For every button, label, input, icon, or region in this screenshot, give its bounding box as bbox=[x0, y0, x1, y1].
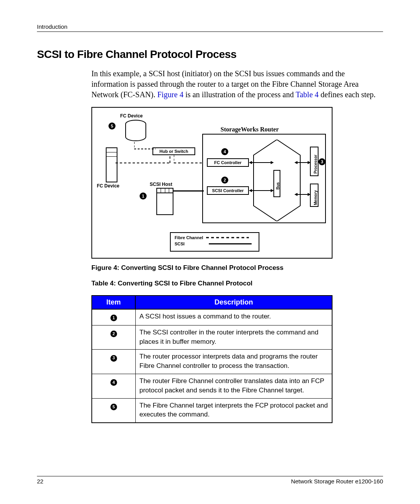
double-arrow-icon bbox=[294, 160, 311, 165]
callout-5: 5 bbox=[108, 122, 116, 130]
figure-caption: Figure 4: Converting SCSI to Fibre Chann… bbox=[91, 264, 332, 272]
processor-label: Processor bbox=[313, 149, 318, 174]
protocol-table: Item Description 1 A SCSI host issues a … bbox=[91, 295, 332, 423]
dashed-connector-icon bbox=[116, 155, 174, 167]
memory-box: Memory bbox=[310, 184, 318, 207]
page-number: 22 bbox=[37, 478, 44, 485]
solid-connector-icon bbox=[173, 189, 205, 192]
fc-device-left-label: FC Device bbox=[97, 183, 119, 189]
svg-marker-20 bbox=[308, 193, 311, 196]
dashed-line-icon bbox=[206, 236, 249, 239]
figure-4: FC Device 5 Hub or Switch F bbox=[91, 107, 332, 272]
callout-3: 3 bbox=[318, 158, 326, 165]
legend-fc-label: Fibre Channel bbox=[175, 235, 203, 240]
table-caption: Table 4: Converting SCSI to Fibre Channe… bbox=[91, 280, 332, 287]
figure-diagram: FC Device 5 Hub or Switch F bbox=[91, 107, 332, 259]
solid-line-icon bbox=[209, 243, 252, 245]
svg-marker-17 bbox=[308, 161, 311, 164]
svg-marker-11 bbox=[271, 161, 274, 164]
fc-device-top-label: FC Device bbox=[120, 113, 143, 119]
scsi-host-label: SCSI Host bbox=[150, 182, 172, 187]
svg-marker-14 bbox=[271, 189, 274, 192]
router-label: StorageWorks Router bbox=[220, 126, 279, 133]
bus-shape-icon bbox=[250, 140, 304, 221]
double-arrow-icon bbox=[249, 160, 274, 165]
table-row: 2 The SCSI controller in the router inte… bbox=[92, 325, 332, 350]
svg-marker-13 bbox=[249, 189, 252, 192]
processor-box: Processor bbox=[310, 147, 318, 176]
item-num: 3 bbox=[110, 355, 117, 362]
table-row: 4 The router Fibre Channel controller tr… bbox=[92, 374, 332, 398]
running-header: Introduction bbox=[37, 23, 383, 32]
callout-2: 2 bbox=[221, 177, 228, 184]
scsi-host-icon bbox=[156, 188, 173, 215]
fc-controller-box: FC Controller bbox=[207, 158, 249, 167]
dashed-connector-icon bbox=[174, 155, 205, 165]
legend-scsi-label: SCSI bbox=[175, 242, 206, 246]
para-text: defines each step. bbox=[318, 90, 376, 99]
table-ref-link[interactable]: Table 4 bbox=[296, 90, 318, 99]
callout-4: 4 bbox=[221, 148, 228, 155]
para-text: is an illustration of the process and bbox=[184, 90, 296, 99]
table-row: 3 The router processor interprets data a… bbox=[92, 350, 332, 374]
item-desc: The SCSI controller in the router interp… bbox=[135, 325, 332, 350]
doc-title: Network Storage Router e1200-160 bbox=[291, 478, 383, 485]
item-desc: The router processor interprets data and… bbox=[135, 350, 332, 374]
double-arrow-icon bbox=[249, 188, 274, 193]
fc-device-rack-icon bbox=[106, 147, 117, 182]
hub-switch-box: Hub or Switch bbox=[152, 147, 195, 155]
section-title: SCSI to Fibre Channel Protocol Process bbox=[37, 48, 383, 61]
svg-marker-10 bbox=[249, 161, 252, 164]
scsi-controller-box: SCSI Controller bbox=[207, 186, 249, 195]
page-footer: 22 Network Storage Router e1200-160 bbox=[37, 476, 383, 485]
figure-ref-link[interactable]: Figure 4 bbox=[157, 90, 183, 99]
item-desc: The Fibre Channel target interprets the … bbox=[135, 398, 332, 423]
item-num: 2 bbox=[110, 331, 117, 337]
svg-marker-19 bbox=[294, 193, 298, 196]
memory-label: Memory bbox=[313, 185, 318, 205]
svg-marker-8 bbox=[254, 140, 300, 221]
double-arrow-icon bbox=[294, 192, 311, 197]
cylinder-icon bbox=[124, 119, 147, 143]
item-desc: A SCSI host issues a command to the rout… bbox=[135, 309, 332, 325]
col-header-item: Item bbox=[92, 296, 135, 309]
intro-paragraph: In this example, a SCSI host (initiator)… bbox=[91, 68, 383, 100]
legend-box: Fibre Channel SCSI bbox=[170, 232, 259, 252]
callout-1: 1 bbox=[140, 192, 147, 200]
table-row: 1 A SCSI host issues a command to the ro… bbox=[92, 309, 332, 325]
item-num: 5 bbox=[110, 404, 117, 410]
item-desc: The router Fibre Channel controller tran… bbox=[135, 374, 332, 398]
table-4: Table 4: Converting SCSI to Fibre Channe… bbox=[91, 280, 332, 423]
item-num: 4 bbox=[110, 379, 117, 386]
table-row: 5 The Fibre Channel target interprets th… bbox=[92, 398, 332, 423]
dashed-connector-icon bbox=[134, 142, 158, 150]
svg-marker-16 bbox=[294, 161, 298, 164]
col-header-desc: Description bbox=[135, 296, 332, 309]
item-num: 1 bbox=[110, 315, 117, 321]
